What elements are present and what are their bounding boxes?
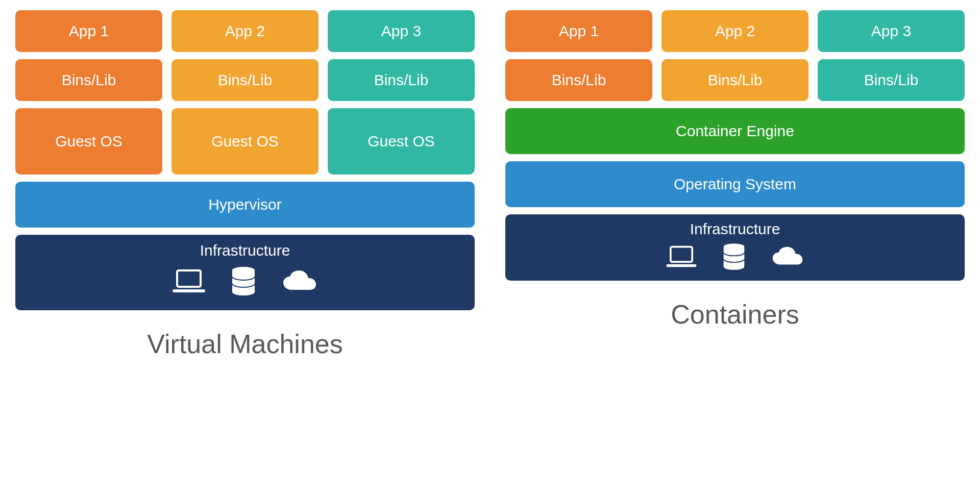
- vm-infrastructure: Infrastructure: [15, 235, 475, 310]
- label: Guest OS: [368, 133, 435, 150]
- label: Bins/Lib: [218, 71, 273, 89]
- containers-bins-row: Bins/Lib Bins/Lib Bins/Lib: [505, 59, 965, 101]
- label: Bins/Lib: [708, 71, 763, 89]
- label: App 1: [69, 22, 109, 40]
- svg-point-2: [232, 267, 255, 274]
- label: Infrastructure: [200, 242, 290, 259]
- label: Bins/Lib: [374, 71, 429, 89]
- containers-bins-3: Bins/Lib: [818, 59, 965, 101]
- cloud-icon: [281, 269, 318, 293]
- containers-app-3: App 3: [818, 10, 965, 52]
- label: Bins/Lib: [62, 71, 116, 89]
- containers-bins-2: Bins/Lib: [662, 59, 808, 101]
- containers-app-2: App 2: [662, 10, 808, 52]
- vm-guestos-3: Guest OS: [328, 108, 475, 175]
- vm-bins-3: Bins/Lib: [328, 59, 475, 101]
- containers-stack: App 1 App 2 App 3 Bins/Lib Bins/Lib Bins…: [505, 10, 965, 281]
- label: App 3: [381, 22, 421, 40]
- laptop-icon: [172, 268, 206, 294]
- svg-rect-0: [177, 270, 201, 287]
- vm-infra-icons: [172, 266, 318, 296]
- label: App 2: [715, 22, 755, 40]
- vm-title: Virtual Machines: [15, 329, 475, 359]
- containers-bins-1: Bins/Lib: [505, 59, 652, 101]
- containers-app-1: App 1: [505, 10, 652, 52]
- vm-app-1: App 1: [15, 10, 162, 52]
- vm-bins-1: Bins/Lib: [15, 59, 162, 101]
- vm-app-row: App 1 App 2 App 3: [15, 10, 475, 52]
- diagram-layout: App 1 App 2 App 3 Bins/Lib Bins/Lib Bins…: [15, 10, 965, 486]
- containers-title: Containers: [505, 299, 965, 330]
- label: Bins/Lib: [864, 71, 919, 89]
- containers-os: Operating System: [505, 161, 965, 207]
- vm-guestos-2: Guest OS: [172, 108, 318, 175]
- label: Container Engine: [676, 122, 794, 140]
- vm-app-3: App 3: [328, 10, 475, 52]
- containers-column: App 1 App 2 App 3 Bins/Lib Bins/Lib Bins…: [505, 10, 965, 486]
- label: App 3: [871, 22, 911, 40]
- svg-rect-3: [671, 247, 692, 262]
- containers-infra-icons: [666, 243, 804, 270]
- vm-bins-2: Bins/Lib: [172, 59, 318, 101]
- laptop-icon: [666, 245, 697, 268]
- label: App 1: [559, 22, 599, 40]
- svg-point-4: [724, 243, 745, 250]
- database-icon: [230, 266, 257, 296]
- vm-guestos-1: Guest OS: [15, 108, 162, 175]
- cloud-icon: [771, 246, 804, 267]
- database-icon: [722, 243, 746, 270]
- label: Guest OS: [211, 133, 279, 150]
- vm-stack: App 1 App 2 App 3 Bins/Lib Bins/Lib Bins…: [15, 10, 475, 310]
- label: Guest OS: [55, 133, 122, 150]
- containers-engine: Container Engine: [505, 108, 965, 154]
- label: Bins/Lib: [552, 71, 606, 89]
- vm-app-2: App 2: [172, 10, 318, 52]
- containers-infrastructure: Infrastructure: [505, 214, 965, 281]
- label: Operating System: [674, 176, 796, 193]
- vm-bins-row: Bins/Lib Bins/Lib Bins/Lib: [15, 59, 475, 101]
- vm-guestos-row: Guest OS Guest OS Guest OS: [15, 108, 475, 175]
- vm-column: App 1 App 2 App 3 Bins/Lib Bins/Lib Bins…: [15, 10, 475, 486]
- vm-hypervisor: Hypervisor: [15, 182, 475, 228]
- label: Hypervisor: [208, 196, 281, 213]
- label: App 2: [225, 22, 265, 40]
- label: Infrastructure: [690, 220, 780, 238]
- containers-app-row: App 1 App 2 App 3: [505, 10, 965, 52]
